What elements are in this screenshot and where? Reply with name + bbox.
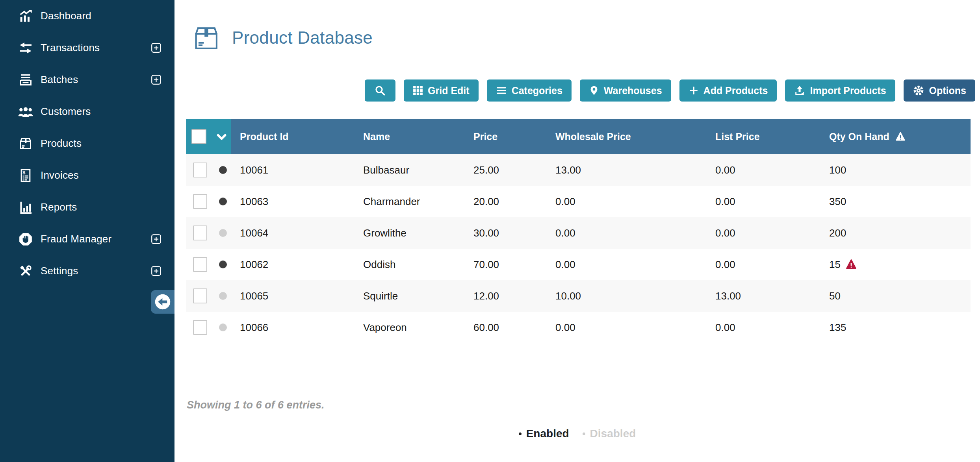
- legend-enabled-label: Enabled: [526, 427, 569, 440]
- cell-qty-on-hand: 135: [820, 312, 971, 343]
- options-label: Options: [929, 85, 966, 96]
- chevron-down-icon[interactable]: [216, 131, 226, 142]
- sidebar-item-products[interactable]: Products: [0, 128, 174, 159]
- upload-icon: [794, 85, 805, 96]
- row-select-cell: [186, 312, 231, 343]
- cell-list-price: 13.00: [707, 280, 820, 312]
- legend-enabled: Enabled: [519, 427, 569, 440]
- sidebar-collapse-button[interactable]: [151, 290, 174, 314]
- table-row[interactable]: 10061 Bulbasaur 25.00 13.00 0.00 100: [186, 154, 971, 186]
- row-checkbox[interactable]: [193, 288, 207, 303]
- row-checkbox[interactable]: [193, 225, 207, 240]
- select-all-header-cell: [186, 119, 231, 154]
- select-all-checkbox[interactable]: [191, 129, 206, 144]
- sidebar-item-dashboard[interactable]: Dashboard: [0, 0, 174, 32]
- table-row[interactable]: 10063 Charmander 20.00 0.00 0.00 350: [186, 186, 971, 217]
- table-row[interactable]: 10064 Growlithe 30.00 0.00 0.00 200: [186, 217, 971, 249]
- import-products-label: Import Products: [810, 85, 886, 96]
- qty-value: 100: [829, 164, 846, 176]
- sidebar-item-fraud-manager[interactable]: Fraud Manager: [0, 223, 174, 255]
- sidebar-item-reports[interactable]: Reports: [0, 191, 174, 223]
- cell-list-price: 0.00: [707, 312, 820, 343]
- status-dot-icon: [219, 323, 227, 331]
- cell-list-price: 0.00: [707, 186, 820, 217]
- cell-product-id: 10065: [231, 280, 355, 312]
- table-row[interactable]: 10062 Oddish 70.00 0.00 0.00 15: [186, 249, 971, 280]
- cell-product-id: 10064: [231, 217, 355, 249]
- row-select-cell: [186, 154, 231, 186]
- row-checkbox[interactable]: [193, 320, 207, 335]
- expand-plus-icon[interactable]: [151, 74, 161, 85]
- cell-list-price: 0.00: [707, 217, 820, 249]
- add-products-label: Add Products: [703, 85, 768, 96]
- cell-price: 12.00: [465, 280, 547, 312]
- plus-icon: [689, 85, 699, 96]
- table-row[interactable]: 10065 Squirtle 12.00 10.00 13.00 50: [186, 280, 971, 312]
- sidebar-item-label: Batches: [41, 74, 151, 86]
- sidebar-item-label: Products: [41, 137, 161, 150]
- sidebar-item-invoices[interactable]: $ Invoices: [0, 159, 174, 191]
- cell-wholesale-price: 0.00: [547, 186, 707, 217]
- cell-name: Bulbasaur: [355, 154, 465, 186]
- legend-disabled: Disabled: [583, 427, 636, 440]
- qty-value: 50: [829, 290, 841, 302]
- column-header-product-id[interactable]: Product Id: [231, 119, 355, 154]
- row-checkbox[interactable]: [193, 257, 207, 272]
- batches-stack-icon: [17, 72, 34, 88]
- disabled-dot-icon: [583, 432, 585, 435]
- cell-price: 70.00: [465, 249, 547, 280]
- add-products-button[interactable]: Add Products: [679, 79, 777, 102]
- page-title: Product Database: [232, 28, 373, 48]
- expand-plus-icon[interactable]: [151, 266, 161, 276]
- qty-value: 200: [829, 227, 846, 239]
- row-checkbox[interactable]: [193, 163, 207, 177]
- cell-name: Growlithe: [355, 217, 465, 249]
- sidebar-item-label: Reports: [41, 201, 161, 213]
- grid-edit-label: Grid Edit: [428, 85, 470, 96]
- status-legend: Enabled Disabled: [174, 427, 980, 440]
- dashboard-chart-icon: [17, 8, 34, 24]
- cell-qty-on-hand: 15: [820, 249, 971, 280]
- reports-barchart-icon: [17, 199, 34, 216]
- expand-plus-icon[interactable]: [151, 234, 161, 244]
- column-header-qty-on-hand[interactable]: Qty On Hand: [820, 119, 971, 154]
- legend-disabled-label: Disabled: [590, 427, 636, 440]
- categories-button[interactable]: Categories: [487, 79, 572, 102]
- expand-plus-icon[interactable]: [151, 43, 161, 53]
- sidebar-item-customers[interactable]: Customers: [0, 96, 174, 128]
- sidebar-item-label: Fraud Manager: [41, 233, 151, 245]
- table-row[interactable]: 10066 Vaporeon 60.00 0.00 0.00 135: [186, 312, 971, 343]
- map-pin-icon: [589, 85, 599, 96]
- sidebar-item-label: Dashboard: [41, 10, 161, 22]
- column-header-name[interactable]: Name: [355, 119, 465, 154]
- sidebar-item-label: Customers: [41, 105, 161, 118]
- cell-list-price: 0.00: [707, 249, 820, 280]
- sidebar-item-transactions[interactable]: Transactions: [0, 32, 174, 64]
- search-button[interactable]: [365, 79, 395, 102]
- cell-wholesale-price: 0.00: [547, 312, 707, 343]
- row-select-cell: [186, 217, 231, 249]
- sidebar-item-batches[interactable]: Batches: [0, 64, 174, 96]
- column-header-wholesale-price[interactable]: Wholesale Price: [547, 119, 707, 154]
- products-box-icon: [17, 135, 34, 152]
- import-products-button[interactable]: Import Products: [785, 79, 895, 102]
- showing-entries-text: Showing 1 to 6 of 6 entries.: [187, 399, 325, 411]
- sidebar: Dashboard Transactions Batches Cus: [0, 0, 174, 462]
- column-header-price[interactable]: Price: [465, 119, 547, 154]
- search-icon: [374, 85, 386, 96]
- warehouses-button[interactable]: Warehouses: [580, 79, 671, 102]
- cell-qty-on-hand: 350: [820, 186, 971, 217]
- column-header-list-price[interactable]: List Price: [707, 119, 820, 154]
- sidebar-item-settings[interactable]: Settings: [0, 255, 174, 287]
- products-table: Product Id Name Price Wholesale Price Li…: [186, 119, 971, 343]
- row-checkbox[interactable]: [193, 194, 207, 209]
- status-dot-icon: [219, 229, 227, 237]
- row-select-cell: [186, 186, 231, 217]
- cell-product-id: 10062: [231, 249, 355, 280]
- options-button[interactable]: Options: [904, 79, 975, 102]
- cell-price: 60.00: [465, 312, 547, 343]
- cell-wholesale-price: 13.00: [547, 154, 707, 186]
- table-body: 10061 Bulbasaur 25.00 13.00 0.00 100 100…: [186, 154, 971, 343]
- grid-edit-button[interactable]: Grid Edit: [404, 79, 479, 102]
- cell-price: 20.00: [465, 186, 547, 217]
